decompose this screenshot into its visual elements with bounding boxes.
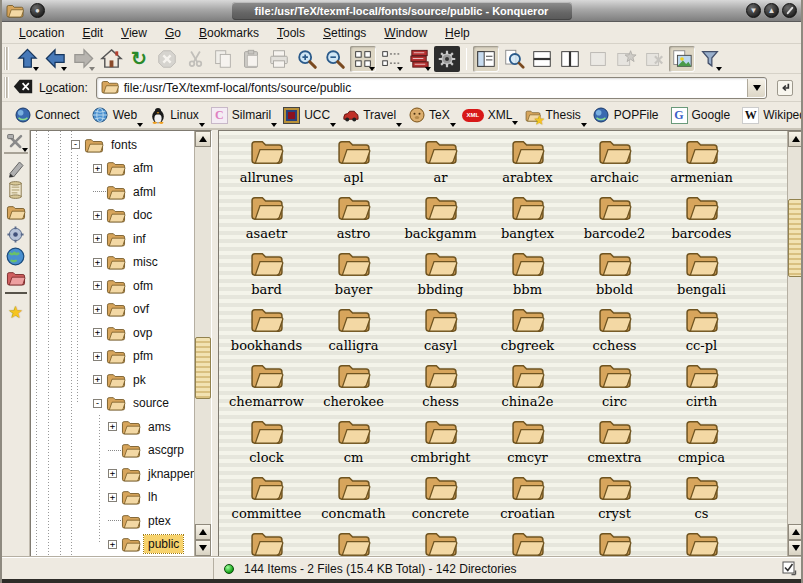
remove-active-view-button[interactable] — [585, 46, 611, 72]
folder-item-ar[interactable]: ar — [397, 135, 484, 191]
back-button[interactable] — [42, 46, 68, 72]
folder-item-bbding[interactable]: bbding — [397, 247, 484, 303]
tree-scroll-down-button[interactable] — [195, 540, 211, 556]
folder-item-china2e[interactable]: china2e — [484, 359, 571, 415]
menu-bookmarks[interactable]: Bookmarks — [190, 24, 268, 42]
home-button[interactable] — [98, 46, 124, 72]
kde-gear-button[interactable] — [434, 46, 460, 72]
main-scroll-up2-button[interactable] — [788, 524, 803, 540]
folder-item-cutoff[interactable] — [658, 527, 745, 557]
folder-item-cherokee[interactable]: cherokee — [310, 359, 397, 415]
linked-view-checkbox-icon[interactable] — [782, 561, 797, 576]
expand-icon[interactable]: + — [93, 375, 102, 384]
sticky-button[interactable]: ● — [30, 3, 45, 18]
folder-item-croatian[interactable]: croatian — [484, 471, 571, 527]
bookmark-web[interactable]: Web — [86, 105, 143, 126]
folder-item-committee[interactable]: committee — [223, 471, 310, 527]
copy-button[interactable] — [210, 46, 236, 72]
folder-item-cc-pl[interactable]: cc-pl — [658, 303, 745, 359]
main-scroll-up-button[interactable] — [788, 131, 803, 147]
stop-button[interactable] — [154, 46, 180, 72]
folder-item-cutoff[interactable] — [397, 527, 484, 557]
tree-item-ptex[interactable]: ptex — [31, 509, 194, 533]
tree-item-public[interactable]: +public — [31, 533, 194, 557]
tree-item-ofm[interactable]: +ofm — [31, 274, 194, 298]
tree-item-pfm[interactable]: +pfm — [31, 345, 194, 369]
main-scrollbar[interactable] — [787, 131, 803, 556]
window-folder-icon[interactable] — [6, 3, 24, 19]
close-button[interactable] — [782, 3, 797, 18]
sidebar-tab-services[interactable] — [4, 223, 28, 245]
folder-item-astro[interactable]: astro — [310, 191, 397, 247]
find-button[interactable] — [501, 46, 527, 72]
sidebar-tab-root-directory[interactable] — [4, 267, 28, 289]
folder-item-cutoff[interactable] — [484, 527, 571, 557]
tree-item-afm[interactable]: +afm — [31, 157, 194, 181]
paste-button[interactable] — [238, 46, 264, 72]
title-bar[interactable]: ● file:/usr/TeX/texmf-local/fonts/source… — [2, 0, 801, 22]
location-dropdown-button[interactable] — [747, 79, 765, 97]
folder-item-clock[interactable]: clock — [223, 415, 310, 471]
expand-icon[interactable]: + — [108, 540, 117, 549]
sidebar-tab-configure-sidebar[interactable] — [4, 132, 28, 154]
bookmark-xml[interactable]: XMLXML — [456, 106, 519, 124]
zoom-in-button[interactable] — [294, 46, 320, 72]
menu-tools[interactable]: Tools — [268, 24, 314, 42]
tree-item-ams[interactable]: +ams — [31, 415, 194, 439]
tree-item-doc[interactable]: +doc — [31, 204, 194, 228]
tree-item-afml[interactable]: afml — [31, 180, 194, 204]
cut-button[interactable] — [182, 46, 208, 72]
menu-window[interactable]: Window — [375, 24, 436, 42]
folder-item-bangtex[interactable]: bangtex — [484, 191, 571, 247]
bookmark-linux[interactable]: Linux — [143, 105, 205, 126]
tree-item-ascgrp[interactable]: ascgrp — [31, 439, 194, 463]
folder-item-barcode2[interactable]: barcode2 — [571, 191, 658, 247]
reload-button[interactable]: ↻ — [126, 46, 152, 72]
tree-scroll-up-button[interactable] — [195, 131, 211, 147]
folder-item-cmextra[interactable]: cmextra — [571, 415, 658, 471]
multicolumn-view-button[interactable] — [378, 46, 404, 72]
maximize-button[interactable]: ▲ — [764, 3, 779, 18]
tree-item-jknappen[interactable]: +jknappen — [31, 462, 194, 486]
show-sidebar-button[interactable] — [473, 46, 499, 72]
folder-item-casyl[interactable]: casyl — [397, 303, 484, 359]
bookmark-ucc[interactable]: UCC — [277, 105, 336, 126]
print-button[interactable] — [266, 46, 292, 72]
expand-icon[interactable]: + — [93, 305, 102, 314]
tree-item-fonts[interactable]: -fonts — [31, 133, 194, 157]
menu-location[interactable]: Location — [10, 24, 73, 42]
folder-item-backgamm[interactable]: backgamm — [397, 191, 484, 247]
folder-item-cs[interactable]: cs — [658, 471, 745, 527]
filter-button[interactable] — [697, 46, 723, 72]
sidebar-tab-pen[interactable] — [4, 157, 28, 179]
folder-item-calligra[interactable]: calligra — [310, 303, 397, 359]
tree-item-inf[interactable]: +inf — [31, 227, 194, 251]
folder-icon-view[interactable]: allrunesaplararabtexarchaicarmenianasaet… — [218, 130, 803, 557]
folder-item-bayer[interactable]: bayer — [310, 247, 397, 303]
tree-item-lh[interactable]: +lh — [31, 486, 194, 510]
folder-item-bard[interactable]: bard — [223, 247, 310, 303]
collapse-icon[interactable]: - — [71, 140, 80, 149]
folder-item-bookhands[interactable]: bookhands — [223, 303, 310, 359]
clear-location-button[interactable] — [13, 78, 33, 98]
tree-scroll-up2-button[interactable] — [195, 524, 211, 540]
expand-icon[interactable]: + — [93, 211, 102, 220]
folder-item-cutoff[interactable] — [223, 527, 310, 557]
menu-help[interactable]: Help — [436, 24, 479, 42]
tree-scrollbar[interactable] — [194, 131, 211, 556]
folder-item-cutoff[interactable] — [310, 527, 397, 557]
folder-item-chemarrow[interactable]: chemarrow — [223, 359, 310, 415]
zoom-out-button[interactable] — [322, 46, 348, 72]
folder-item-concmath[interactable]: concmath — [310, 471, 397, 527]
new-tab-button[interactable] — [613, 46, 639, 72]
folder-item-cryst[interactable]: cryst — [571, 471, 658, 527]
split-left-right-button[interactable] — [557, 46, 583, 72]
menu-view[interactable]: View — [112, 24, 156, 42]
expand-icon[interactable]: + — [108, 493, 117, 502]
folder-item-bbold[interactable]: bbold — [571, 247, 658, 303]
forward-button[interactable] — [70, 46, 96, 72]
tree-item-misc[interactable]: +misc — [31, 251, 194, 275]
close-tab-button[interactable] — [641, 46, 667, 72]
bookmark-connect[interactable]: Connect — [8, 105, 86, 126]
folder-item-concrete[interactable]: concrete — [397, 471, 484, 527]
